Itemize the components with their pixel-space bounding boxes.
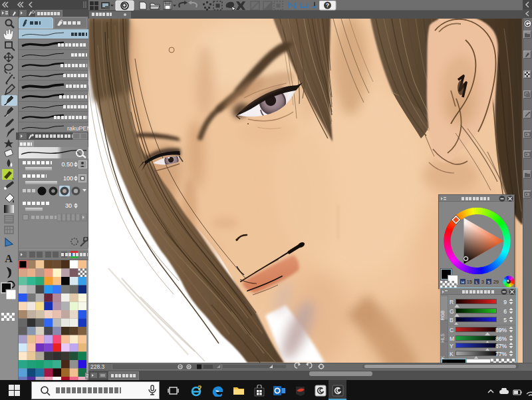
svg-text:RGB: RGB [440, 310, 445, 321]
svg-text:3: 3 [481, 279, 484, 285]
svg-text:?: ? [326, 2, 330, 9]
svg-text:29: 29 [493, 279, 499, 285]
svg-text:H: H [462, 280, 464, 284]
svg-text:A: A [5, 253, 13, 264]
svg-text:S: S [487, 280, 490, 284]
svg-text:15: 15 [467, 279, 472, 285]
svg-text:HLS: HLS [440, 333, 445, 343]
